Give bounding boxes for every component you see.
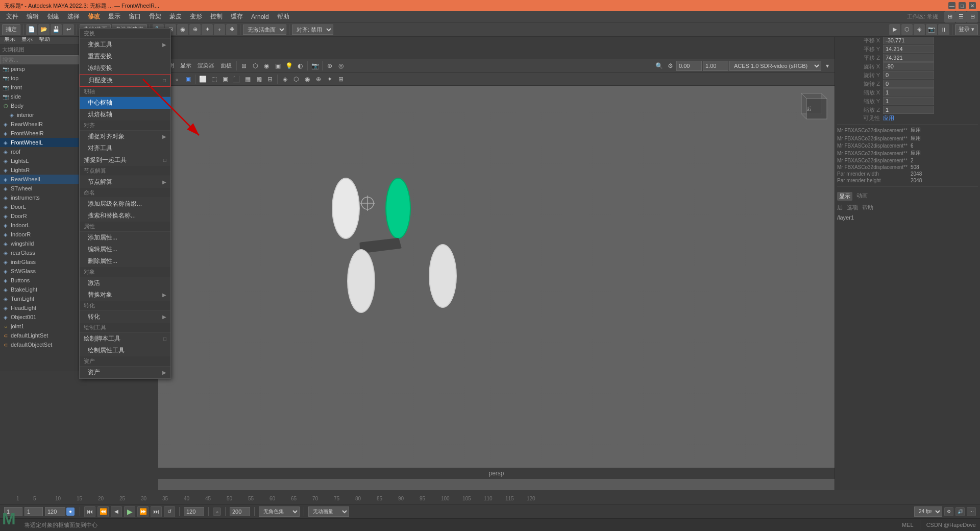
cm-item-edit-attr[interactable]: 编辑属性... bbox=[80, 244, 170, 255]
vp2-icon3[interactable]: ▣ bbox=[183, 74, 193, 84]
cm-item-match-transform[interactable]: 归配变换 □ bbox=[80, 74, 170, 87]
outliner-item-turnlight[interactable]: ◈ TurnLight bbox=[0, 294, 79, 303]
outliner-item-wingshild[interactable]: ◈ wingshild bbox=[0, 239, 79, 248]
vp2-render5[interactable]: ✦ bbox=[325, 74, 335, 84]
icon7[interactable]: ✚ bbox=[226, 24, 237, 35]
vp2-view3[interactable]: ▣ bbox=[220, 74, 230, 84]
outliner-item-btakelight[interactable]: ◈ BtakeLight bbox=[0, 285, 79, 294]
goto-end-btn[interactable]: ⏭ bbox=[151, 506, 162, 517]
vp-renderer-btn[interactable]: 渲染器 bbox=[195, 61, 217, 71]
cm-item-convert[interactable]: 转化 ▶ bbox=[80, 311, 170, 323]
workspace-icon3[interactable]: ⊟ bbox=[967, 11, 978, 22]
wheel-object-4[interactable] bbox=[429, 244, 457, 308]
vp-smooth-icon[interactable]: ◉ bbox=[261, 61, 272, 71]
vp2-view2[interactable]: ⬚ bbox=[209, 74, 219, 84]
outliner-item-buttons[interactable]: ◈ Buttons bbox=[0, 276, 79, 285]
anim-end-input[interactable] bbox=[184, 507, 204, 516]
menu-help[interactable]: 帮助 bbox=[273, 11, 293, 22]
render-icon1[interactable]: ▶ bbox=[889, 24, 900, 35]
menu-cache[interactable]: 缓存 bbox=[227, 11, 247, 22]
snap-target-dropdown[interactable]: 对齐: 禁用 bbox=[292, 25, 333, 35]
outliner-item-instruments[interactable]: ◈ instruments bbox=[0, 193, 79, 202]
outliner-item-headlight[interactable]: ◈ HeadLight bbox=[0, 303, 79, 312]
menu-create[interactable]: 创建 bbox=[43, 11, 63, 22]
outliner-item-roof[interactable]: ◈ roof bbox=[0, 147, 79, 156]
vp-panel-btn[interactable]: 面板 bbox=[218, 61, 234, 71]
field-input-rz[interactable] bbox=[883, 80, 934, 88]
login-btn[interactable]: 登录 ▾ bbox=[955, 24, 978, 35]
outliner-item-joint1[interactable]: ○ joint1 bbox=[0, 322, 79, 331]
outliner-item-rearwheell[interactable]: ◈ RearWheelL bbox=[0, 175, 79, 184]
help-layer-btn[interactable]: 帮助 bbox=[862, 204, 873, 211]
render-icon2[interactable]: ⬡ bbox=[901, 24, 913, 35]
current-frame-input2[interactable] bbox=[24, 507, 43, 516]
tab-animation-btn[interactable]: 动画 bbox=[856, 192, 868, 201]
workspace-icon2[interactable]: ☰ bbox=[955, 11, 967, 22]
outliner-search-input[interactable] bbox=[0, 55, 79, 64]
menu-file[interactable]: 文件 bbox=[2, 11, 22, 22]
vp-wireframe-icon[interactable]: ⬡ bbox=[250, 61, 260, 71]
cm-item-bake-pivot[interactable]: 烘焙枢轴 bbox=[80, 109, 170, 120]
cm-item-freeze-transform[interactable]: 冻结变换 bbox=[80, 62, 170, 74]
field-input-sy[interactable] bbox=[883, 97, 934, 105]
menu-modify[interactable]: 修改 bbox=[84, 11, 104, 22]
icon6[interactable]: + bbox=[214, 24, 225, 35]
vp2-render2[interactable]: ⬡ bbox=[291, 74, 301, 84]
cm-item-align-tool[interactable]: 对齐工具 bbox=[80, 142, 170, 154]
render-icon4[interactable]: 📷 bbox=[926, 24, 937, 35]
field-input-sz[interactable] bbox=[883, 106, 934, 114]
new-scene-icon[interactable]: 📄 bbox=[26, 24, 37, 35]
play-back-btn[interactable]: ◀ bbox=[111, 506, 122, 517]
loop-btn[interactable]: ↺ bbox=[164, 506, 175, 517]
render-icon5[interactable]: ⏸ bbox=[938, 24, 949, 35]
menu-edit[interactable]: 编辑 bbox=[22, 11, 43, 22]
vp2-view4[interactable]: ⬛ bbox=[231, 74, 241, 84]
vp-camera-icon[interactable]: 📷 bbox=[310, 61, 320, 71]
outliner-item-defaultlightset[interactable]: ⊂ defaultLightSet bbox=[0, 331, 79, 340]
outliner-item-object001[interactable]: ◈ Object001 bbox=[0, 312, 79, 322]
outliner-item-rearwheelr[interactable]: ◈ RearWheelR bbox=[0, 119, 79, 129]
anim-end2-input[interactable] bbox=[230, 507, 250, 516]
field-input-tz[interactable] bbox=[883, 54, 934, 62]
field-input-tx[interactable] bbox=[883, 36, 934, 44]
menu-control[interactable]: 控制 bbox=[206, 11, 227, 22]
outliner-item-persp[interactable]: 📷 persp bbox=[0, 64, 79, 74]
cm-item-snap-align-objects[interactable]: 捕捉对齐对象 ▶ bbox=[80, 131, 170, 142]
options-btn[interactable]: 选项 bbox=[847, 204, 858, 211]
activate-curve-dropdown[interactable]: 无激活曲面 bbox=[243, 25, 286, 35]
more-anim-btn[interactable]: ⋯ bbox=[967, 507, 976, 516]
vp-grid-icon[interactable]: ⊞ bbox=[239, 61, 249, 71]
vp-isolate-icon[interactable]: ◎ bbox=[336, 61, 346, 71]
menu-arnold[interactable]: Arnold bbox=[247, 12, 273, 21]
vp-maximize-icon[interactable]: 🔍 bbox=[654, 61, 664, 71]
menu-deform[interactable]: 变形 bbox=[186, 11, 206, 22]
outliner-item-side[interactable]: 📷 side bbox=[0, 92, 79, 101]
render-icon3[interactable]: ◈ bbox=[914, 24, 925, 35]
outliner-item-doorr[interactable]: ◈ DoorR bbox=[0, 211, 79, 221]
vp-sel-icon[interactable]: ⊕ bbox=[325, 61, 335, 71]
vp2-view7[interactable]: ⊟ bbox=[265, 74, 275, 84]
vp2-render4[interactable]: ⊕ bbox=[313, 74, 324, 84]
vp-color-mgmt-icon[interactable]: ▾ bbox=[822, 61, 832, 71]
open-icon[interactable]: 📂 bbox=[38, 24, 50, 35]
outliner-item-instrglass[interactable]: ◈ instrGlass bbox=[0, 257, 79, 267]
layer-btn[interactable]: 层 bbox=[837, 204, 843, 211]
vp-shadow-icon[interactable]: ◐ bbox=[295, 61, 305, 71]
step-back-btn[interactable]: ⏪ bbox=[97, 506, 109, 517]
cm-item-node-solve[interactable]: 节点解算 ▶ bbox=[80, 176, 170, 188]
playback-mode-dropdown[interactable]: 无动画量 bbox=[308, 506, 349, 517]
anim-settings-btn[interactable]: ⚙ bbox=[944, 507, 953, 516]
cm-item-reset-transform[interactable]: 重置变换 bbox=[80, 51, 170, 62]
cm-item-replace-object[interactable]: 替换对象 ▶ bbox=[80, 289, 170, 301]
outliner-item-indoorl[interactable]: ◈ IndoorL bbox=[0, 221, 79, 230]
outliner-item-indoorr[interactable]: ◈ IndoorR bbox=[0, 230, 79, 239]
color-set-dropdown[interactable]: 无角色集 bbox=[259, 506, 300, 517]
goto-start-btn[interactable]: ⏮ bbox=[84, 506, 95, 517]
minimize-button[interactable]: — bbox=[948, 2, 955, 9]
cm-item-delete-attr[interactable]: 删除属性... bbox=[80, 255, 170, 267]
vp-num-input1[interactable] bbox=[676, 61, 702, 71]
field-input-sx[interactable] bbox=[883, 88, 934, 96]
outliner-item-body[interactable]: ⬡ Body bbox=[0, 101, 79, 110]
outliner-item-frontwheelr[interactable]: ◈ FrontWheelR bbox=[0, 129, 79, 138]
cm-item-snap-together[interactable]: 捕捉到一起工具 □ bbox=[80, 154, 170, 166]
